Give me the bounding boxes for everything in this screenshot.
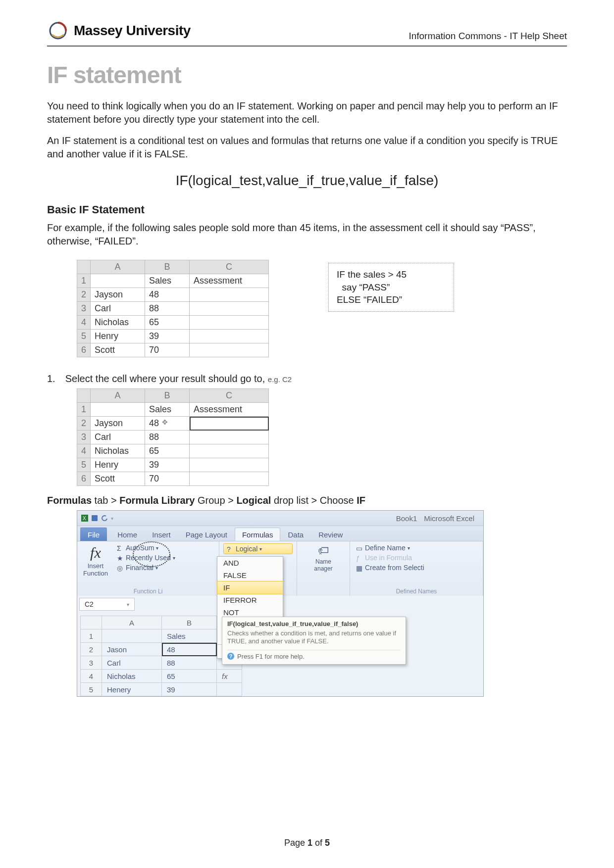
row-4-hdr: 4 (77, 316, 91, 330)
tab-home[interactable]: Home (110, 528, 145, 541)
cell: 88 (162, 656, 217, 670)
tab-formulas[interactable]: Formulas (235, 528, 281, 541)
undo-icon[interactable] (101, 515, 108, 522)
cell (190, 444, 269, 458)
tab-page-layout[interactable]: Page Layout (178, 528, 235, 541)
col-c-header: C (190, 260, 269, 274)
row-5-hdr: 5 (77, 330, 91, 343)
page-number-of: of (312, 838, 325, 848)
create-from-selection-button[interactable]: ▦Create from Selecti (354, 563, 479, 572)
tab-review[interactable]: Review (311, 528, 350, 541)
logical-dropdown-button[interactable]: ? Logical ▾ (223, 543, 293, 554)
dd-and[interactable]: AND (217, 557, 283, 569)
mini-row-4: 4 (81, 670, 102, 683)
mini-row-3: 3 (81, 656, 102, 670)
page-number-prefix: Page (284, 838, 307, 848)
note-line: ELSE “FAILED” (337, 293, 446, 306)
select-all-corner (77, 389, 91, 403)
row-2-hdr: 2 (77, 288, 91, 302)
page-title: IF statement (47, 61, 567, 89)
name-manager-button[interactable]: 🏷 Name anager (301, 543, 346, 573)
save-icon[interactable] (91, 515, 98, 522)
cell: 65 (145, 316, 190, 330)
help-icon: ? (227, 653, 234, 660)
tab-file[interactable]: File (80, 528, 107, 541)
massey-swirl-icon (47, 20, 69, 42)
col-c-header: C (190, 389, 269, 403)
row-6-hdr: 6 (77, 343, 91, 357)
mini-col-a: A (102, 616, 162, 629)
row-4-hdr: 4 (77, 444, 91, 458)
row-3-hdr: 3 (77, 431, 91, 444)
tab-insert[interactable]: Insert (145, 528, 178, 541)
recently-used-button[interactable]: ★Recently Used▾ (115, 553, 177, 562)
note-line: say “PASS” (337, 281, 446, 294)
cell (102, 629, 162, 643)
page-footer: Page 1 of 5 (0, 838, 614, 848)
cell: 88 (145, 431, 190, 444)
cell: Scott (91, 472, 145, 486)
path-sep: tab > (92, 495, 119, 506)
intro-paragraph-1: You need to think logically when you do … (47, 99, 567, 126)
name-box[interactable]: C2 ▾ (79, 598, 135, 611)
cell: 65 (145, 444, 190, 458)
cell: Sales (145, 403, 190, 417)
cell (190, 288, 269, 302)
mini-col-b: B (162, 616, 217, 629)
chevron-down-icon: ▾ (156, 545, 158, 551)
cell: Henry (91, 330, 145, 343)
cell (190, 316, 269, 330)
cell: Nicholas (102, 670, 162, 683)
cell: Carl (102, 656, 162, 670)
row-1-hdr: 1 (77, 274, 91, 288)
basic-paragraph: For example, if the following sales peop… (47, 221, 567, 248)
chevron-down-icon[interactable]: ▾ (127, 602, 129, 607)
page-number-total: 5 (325, 838, 330, 848)
define-name-button[interactable]: ▭Define Name ▾ (354, 543, 479, 552)
insert-function-button[interactable]: fx Insert Function (81, 543, 110, 578)
tab-data[interactable]: Data (280, 528, 311, 541)
cell: 48 (145, 417, 190, 431)
path-formulas: Formulas (47, 495, 92, 506)
cell-cut (217, 683, 242, 696)
autosum-button[interactable]: ΣAutoSum ▾ (115, 543, 177, 552)
excel-titlebar: X ▾ Book1 Microsoft Excel (77, 511, 483, 526)
dd-if[interactable]: IF (217, 581, 283, 594)
dd-false[interactable]: FALSE (217, 569, 283, 581)
page-header: Massey University Information Commons - … (47, 20, 567, 47)
row-3-hdr: 3 (77, 302, 91, 316)
usein-label: Use in Formula (365, 554, 412, 562)
dd-iferror[interactable]: IFERROR (217, 594, 283, 606)
col-a-header: A (91, 389, 145, 403)
select-all-corner (77, 260, 91, 274)
tooltip-body: Checks whether a condition is met, and r… (227, 629, 401, 646)
cell: Jason (102, 643, 162, 656)
col-b-header: B (145, 260, 190, 274)
group-label-function-library: Function Li (81, 587, 215, 595)
step-1: 1. Select the cell where your result sho… (47, 373, 567, 385)
col-b-header: B (145, 389, 190, 403)
sigma-icon: Σ (117, 544, 124, 551)
group-label-defined-names: Defined Names (354, 587, 479, 595)
group-function-library: fx Insert Function ΣAutoSum ▾ ★Recently … (77, 541, 219, 596)
financial-label: Financial (126, 564, 154, 572)
example-table-2: A B C 1SalesAssessment 2Jayson48 3Carl88… (77, 388, 269, 486)
path-if: IF (357, 495, 365, 506)
path-sep: Group > (195, 495, 236, 506)
step-1-eg: e.g. C2 (268, 375, 292, 384)
cell: Assessment (190, 403, 269, 417)
define-name-label: Define Name (365, 544, 406, 552)
tooltip-help-text: Press F1 for more help. (237, 653, 305, 660)
cell (91, 274, 145, 288)
cell: Carl (91, 431, 145, 444)
cell: Henry (91, 458, 145, 472)
coins-icon: ◎ (117, 564, 124, 571)
financial-button[interactable]: ◎Financial ▾ (115, 563, 177, 572)
app-title: Microsoft Excel (424, 514, 474, 523)
selected-cell-c2[interactable] (190, 417, 269, 431)
ribbon-groups: fx Insert Function ΣAutoSum ▾ ★Recently … (77, 541, 483, 596)
formulas-path-line: Formulas tab > Formula Library Group > L… (47, 495, 567, 506)
cell (190, 472, 269, 486)
qat-dropdown-icon[interactable]: ▾ (111, 516, 113, 521)
question-icon: ? (227, 545, 234, 552)
